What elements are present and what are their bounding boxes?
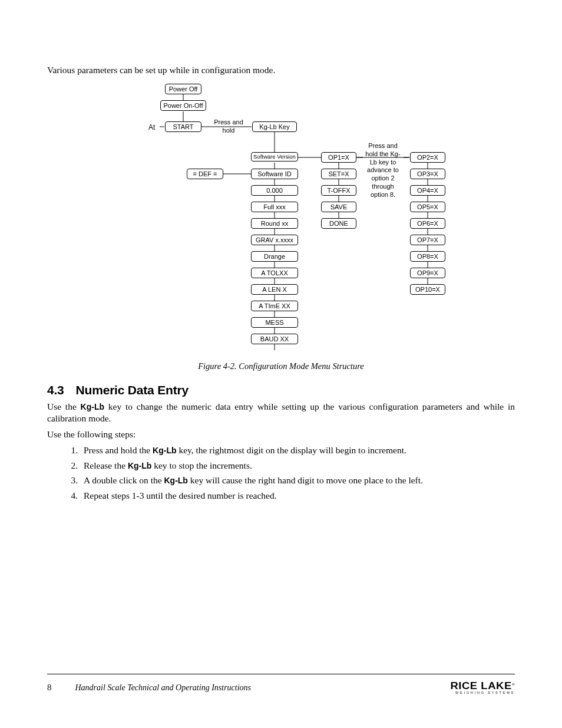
box-0000: 0.000 (251, 185, 298, 196)
step-1: Press and hold the Kg-Lb key, the rightm… (80, 444, 515, 456)
page-footer: 8 Handrail Scale Technical and Operating… (47, 674, 515, 697)
step-2: Release the Kg-Lb key to stop the increm… (80, 460, 515, 472)
section-title: Numeric Data Entry (76, 383, 189, 397)
box-op4: OP4=X (410, 185, 445, 196)
box-grav: GRAV x.xxxx (251, 235, 298, 245)
box-power-on: Power On-Off (160, 100, 206, 111)
config-diagram: Power Off Power On-Off START Kg-Lb Key A… (47, 83, 515, 357)
box-op3: OP3=X (410, 169, 445, 179)
box-op8: OP8=X (410, 251, 445, 262)
box-done: DONE (321, 218, 356, 229)
box-power-off: Power Off (165, 84, 201, 94)
box-set: SET=X (321, 169, 356, 179)
section-heading: 4.3Numeric Data Entry (47, 383, 515, 397)
footer-title: Handrail Scale Technical and Operating I… (75, 683, 252, 693)
label-at: At (148, 123, 155, 132)
box-save: SAVE (321, 202, 356, 212)
box-def: = DEF = (187, 169, 223, 179)
box-op5: OP5=X (410, 202, 445, 212)
box-sw-id: Software ID (251, 169, 298, 179)
box-atol: A TOLXX (251, 268, 298, 278)
page-number: 8 (47, 683, 52, 693)
box-drange: Drange (251, 251, 298, 262)
box-op9: OP9=X (410, 268, 445, 278)
box-alen: A LEN X (251, 284, 298, 295)
steps-list: Press and hold the Kg-Lb key, the rightm… (80, 444, 515, 501)
label-press-hold: Press and hold (211, 118, 246, 135)
box-op7: OP7=X (410, 235, 445, 245)
intro-text: Various parameters can be set up while i… (47, 65, 515, 75)
box-op6: OP6=X (410, 218, 445, 229)
box-full: Full xxx (251, 202, 298, 212)
box-op1: OP1=X (321, 152, 356, 163)
key-kglb: Kg-Lb (81, 402, 104, 411)
box-op2: OP2=X (410, 152, 445, 163)
brand-name: RICE LAKE (450, 681, 511, 691)
box-baud: BAUD XX (251, 334, 298, 344)
label-advance-note: Press and hold the Kg-Lb key to advance … (363, 142, 403, 199)
brand-logo: RICE LAKE® WEIGHING SYSTEMS (455, 681, 515, 694)
box-round: Round xx (251, 218, 298, 229)
box-atime: A TImE XX (251, 301, 298, 311)
step-4: Repeat steps 1-3 until the desired numbe… (80, 490, 515, 501)
box-mess: MESS (251, 317, 298, 328)
figure-caption: Figure 4-2. Configuration Mode Menu Stru… (47, 361, 515, 371)
box-sw-version: Software Version (251, 152, 298, 162)
box-start: START (165, 121, 201, 132)
paragraph-1: Use the Kg-Lb key to change the numeric … (47, 401, 515, 424)
box-kglb-key: Kg-Lb Key (252, 121, 297, 132)
paragraph-2: Use the following steps: (47, 429, 515, 440)
step-3: A double click on the Kg-Lb key will cau… (80, 475, 515, 486)
section-number: 4.3 (47, 383, 64, 397)
box-toff: T-OFFX (321, 185, 356, 196)
box-op10: OP10=X (410, 284, 445, 295)
